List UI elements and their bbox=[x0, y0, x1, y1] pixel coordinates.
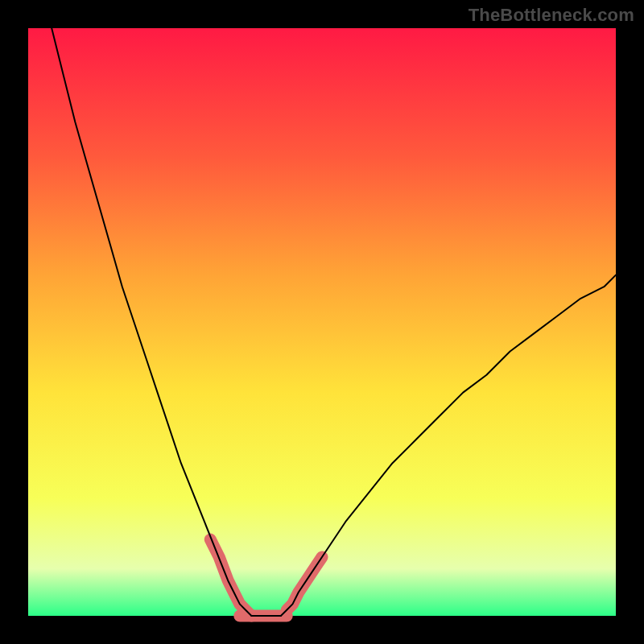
chart-svg bbox=[28, 28, 616, 616]
watermark-label: TheBottleneck.com bbox=[469, 5, 634, 26]
chart-frame: TheBottleneck.com bbox=[0, 0, 644, 644]
gradient-background bbox=[28, 28, 616, 616]
plot-area bbox=[28, 28, 616, 616]
